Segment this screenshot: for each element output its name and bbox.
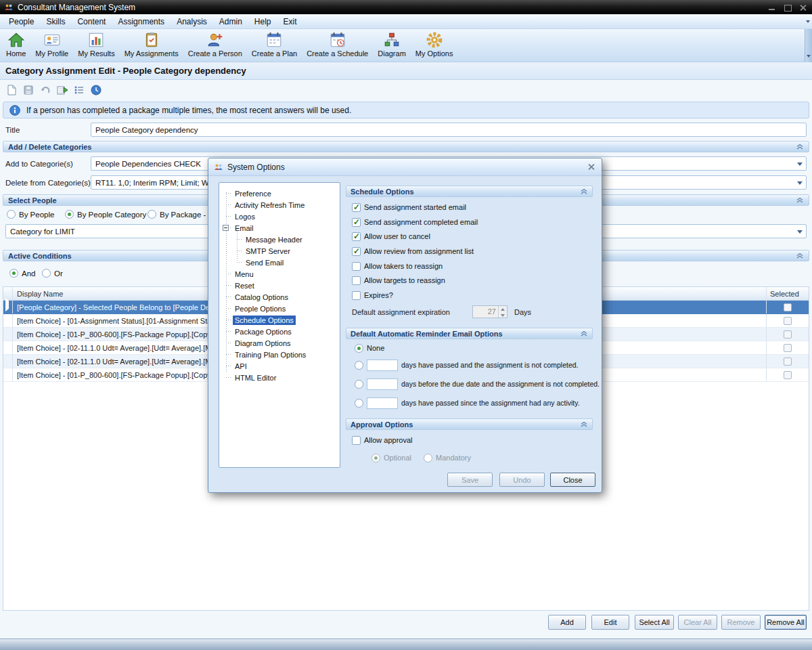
radio-icon[interactable] xyxy=(355,380,363,389)
radio-icon[interactable] xyxy=(355,344,363,353)
checkbox-icon[interactable] xyxy=(352,232,361,241)
toolbar-my-results[interactable]: My Results xyxy=(73,30,119,58)
checkbox-icon[interactable] xyxy=(352,203,361,212)
tree-item-people-options[interactable]: People Options xyxy=(219,303,340,314)
edit-button[interactable]: Edit xyxy=(591,615,629,630)
tree-item-preference[interactable]: Preference xyxy=(219,188,340,199)
approval-options-header[interactable]: Approval Options xyxy=(346,418,593,430)
radio-approval-mandatory[interactable]: Mandatory xyxy=(424,452,471,463)
collapse-chevron-icon[interactable] xyxy=(796,144,804,150)
checkbox-icon[interactable] xyxy=(352,276,361,285)
undo-button[interactable]: Undo xyxy=(499,473,545,487)
tree-item-schedule-options[interactable]: Schedule Options xyxy=(219,314,340,326)
collapse-chevron-icon[interactable] xyxy=(580,330,588,337)
menu-analysis[interactable]: Analysis xyxy=(171,15,213,28)
toolbar-create-a-schedule[interactable]: Create a Schedule xyxy=(302,30,373,58)
checkbox-send-completed-email[interactable]: Send assignment completed email xyxy=(352,217,478,228)
tree-item-api[interactable]: API xyxy=(219,360,340,372)
collapse-chevron-icon[interactable] xyxy=(580,421,588,427)
radio-icon[interactable] xyxy=(148,210,156,219)
spinner-up-icon[interactable] xyxy=(499,306,507,312)
toolbar-my-options[interactable]: My Options xyxy=(411,30,458,58)
row-selector-cell[interactable] xyxy=(3,368,13,381)
radio-reminder-days-before-due[interactable]: days before the due date and the assignm… xyxy=(355,378,600,389)
dialog-titlebar[interactable]: System Options xyxy=(208,158,602,176)
dialog-close-icon[interactable] xyxy=(587,162,596,171)
tree-item-send-email[interactable]: Send Email xyxy=(219,257,340,268)
radio-icon[interactable] xyxy=(9,269,18,278)
row-selector-cell[interactable] xyxy=(3,301,13,313)
toolbar-my-assignments[interactable]: My Assignments xyxy=(120,30,183,58)
collapse-chevron-icon[interactable] xyxy=(580,188,588,194)
radio-and[interactable]: And xyxy=(9,268,35,278)
checkbox-icon[interactable] xyxy=(352,247,361,256)
close-button[interactable]: Close xyxy=(550,473,595,487)
tree-item-email[interactable]: Email xyxy=(219,222,340,234)
collapse-icon[interactable] xyxy=(223,225,229,231)
tree-item-menu[interactable]: Menu xyxy=(219,268,340,280)
row-selected-checkbox[interactable] xyxy=(784,358,792,366)
checkbox-expires[interactable]: Expires? xyxy=(352,290,393,301)
checkbox-icon[interactable] xyxy=(352,291,361,300)
title-input[interactable]: People Category dependency xyxy=(91,123,807,137)
days-input[interactable] xyxy=(367,378,398,390)
radio-reminder-none[interactable]: None xyxy=(355,343,384,353)
checkbox-allow-approval[interactable]: Allow approval xyxy=(352,435,413,446)
menu-content[interactable]: Content xyxy=(71,15,112,28)
radio-by-people[interactable]: By People xyxy=(7,209,54,219)
tree-item-message-header[interactable]: Message Header xyxy=(219,234,340,245)
select-all-button[interactable]: Select All xyxy=(635,615,674,630)
checkbox-icon[interactable] xyxy=(352,436,361,445)
radio-icon[interactable] xyxy=(371,454,380,462)
remove-button[interactable]: Remove xyxy=(721,615,761,630)
checkbox-allow-targets-reassign[interactable]: Allow targets to reassign xyxy=(352,275,445,286)
tree-item-html-editor[interactable]: HTML Editor xyxy=(219,372,340,383)
radio-icon[interactable] xyxy=(355,361,363,370)
collapse-chevron-icon[interactable] xyxy=(796,197,804,203)
checkbox-allow-review[interactable]: Allow review from assignment list xyxy=(352,246,474,257)
new-document-icon[interactable] xyxy=(5,84,18,96)
row-selected-checkbox[interactable] xyxy=(784,317,792,325)
close-icon[interactable] xyxy=(798,3,808,12)
checkbox-icon[interactable] xyxy=(352,218,361,227)
toolbar-home[interactable]: Home xyxy=(1,30,30,58)
tree-item-training-plan-options[interactable]: Training Plan Options xyxy=(219,349,340,360)
tree-item-catalog-options[interactable]: Catalog Options xyxy=(219,291,340,303)
minimize-icon[interactable] xyxy=(767,3,777,12)
days-input[interactable] xyxy=(367,360,398,371)
menu-exit[interactable]: Exit xyxy=(277,15,303,28)
row-selector-cell[interactable] xyxy=(3,314,13,327)
row-selector-cell[interactable] xyxy=(3,328,13,341)
menu-admin[interactable]: Admin xyxy=(213,15,248,28)
add-button[interactable]: Add xyxy=(548,615,586,630)
toolbar-my-profile[interactable]: My Profile xyxy=(30,30,73,58)
tree-item-reset[interactable]: Reset xyxy=(219,280,340,291)
menu-assignments[interactable]: Assignments xyxy=(112,15,171,28)
toolbar-diagram[interactable]: Diagram xyxy=(373,30,411,58)
checkbox-allow-takers-reassign[interactable]: Allow takers to reassign xyxy=(352,261,443,272)
row-selected-checkbox[interactable] xyxy=(784,371,792,379)
row-selected-checkbox[interactable] xyxy=(784,344,792,352)
reminder-options-header[interactable]: Default Automatic Reminder Email Options xyxy=(346,328,593,339)
radio-icon[interactable] xyxy=(42,269,51,278)
row-selected-checkbox[interactable] xyxy=(784,303,792,311)
radio-reminder-no-activity[interactable]: days have passed since the assignment ha… xyxy=(355,397,580,408)
radio-icon[interactable] xyxy=(355,399,363,408)
collapse-chevron-icon[interactable] xyxy=(796,253,804,259)
list-icon[interactable] xyxy=(73,84,85,96)
tree-item-diagram-options[interactable]: Diagram Options xyxy=(219,337,340,349)
radio-approval-optional[interactable]: Optional xyxy=(371,452,411,463)
column-header-selected[interactable]: Selected xyxy=(767,287,809,300)
radio-by-people-category[interactable]: By People Category xyxy=(65,209,146,219)
days-input[interactable] xyxy=(367,397,398,409)
toolbar-overflow[interactable] xyxy=(805,29,812,62)
radio-icon[interactable] xyxy=(65,210,74,219)
tree-item-activity-refresh-time[interactable]: Activity Refresh Time xyxy=(219,199,340,211)
remove-all-button[interactable]: Remove All xyxy=(765,615,807,630)
tree-item-smtp-server[interactable]: SMTP Server xyxy=(219,245,340,257)
menu-overflow-chevron-icon[interactable] xyxy=(806,20,810,23)
save-button[interactable]: Save xyxy=(447,473,493,487)
row-selector-cell[interactable] xyxy=(3,355,13,368)
radio-icon[interactable] xyxy=(7,210,16,219)
clear-all-button[interactable]: Clear All xyxy=(678,615,717,630)
